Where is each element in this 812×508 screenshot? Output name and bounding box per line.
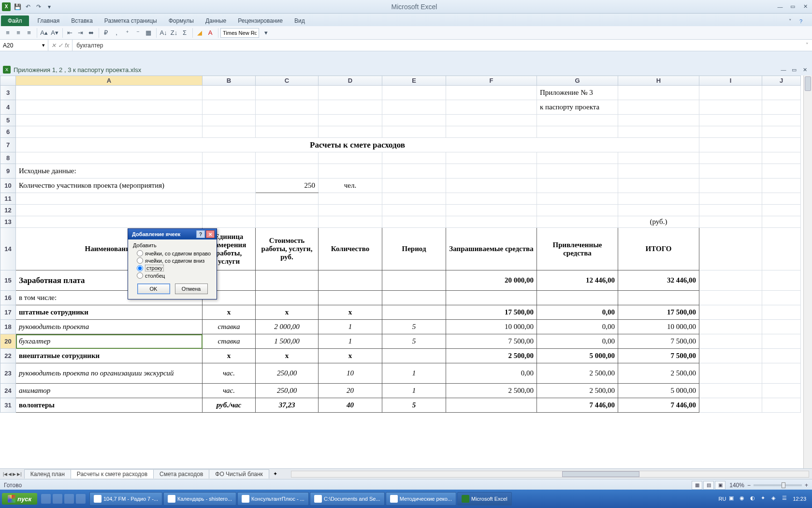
header-cell[interactable]: Запрашиваемые средства	[446, 228, 537, 270]
ribbon-tab-insert[interactable]: Вставка	[65, 15, 99, 26]
cell[interactable]: (руб.)	[618, 216, 699, 228]
font-name-select[interactable]	[220, 28, 259, 38]
cell[interactable]: x	[203, 349, 256, 363]
cell[interactable]: 32 446,00	[618, 270, 699, 291]
row-header[interactable]: 15	[0, 270, 16, 291]
cell[interactable]: 1	[319, 320, 382, 334]
cell[interactable]: волонтеры	[16, 398, 203, 413]
radio-label[interactable]: столбец	[145, 273, 165, 279]
col-header-G[interactable]: G	[537, 76, 618, 86]
cell[interactable]: 17 500,00	[618, 305, 699, 320]
cell[interactable]: 2 500,00	[537, 384, 618, 398]
tray-icon[interactable]: ▣	[729, 495, 737, 503]
wb-maximize-icon[interactable]: ▭	[790, 66, 798, 74]
cell[interactable]: 10	[319, 363, 382, 384]
cell[interactable]: 20	[319, 384, 382, 398]
header-cell[interactable]: ИТОГО	[618, 228, 699, 270]
merge-cells-icon[interactable]: ⬌	[86, 28, 96, 38]
ribbon-tab-layout[interactable]: Разметка страницы	[99, 15, 163, 26]
selected-cell[interactable]: бухгалтер	[16, 334, 203, 349]
ok-button[interactable]: OK	[137, 284, 170, 294]
cell[interactable]: 1	[319, 334, 382, 349]
close-icon[interactable]: ✕	[800, 3, 810, 11]
row-header[interactable]: 23	[0, 363, 16, 384]
ribbon-tab-home[interactable]: Главная	[32, 15, 66, 26]
cell[interactable]: 7 446,00	[618, 398, 699, 413]
undo-icon[interactable]: ↶	[24, 3, 32, 11]
ribbon-minimize-icon[interactable]: ˅	[789, 18, 797, 26]
font-color-icon[interactable]: A	[205, 28, 215, 38]
cell[interactable]: штатные сотрудники	[16, 305, 203, 320]
row-header[interactable]: 12	[0, 205, 16, 216]
cell[interactable]: Приложение № 3	[537, 86, 618, 100]
cell[interactable]: x	[256, 305, 319, 320]
row-header[interactable]: 20	[0, 334, 16, 349]
row-header[interactable]: 24	[0, 384, 16, 398]
cell[interactable]: 250	[256, 179, 319, 193]
cell[interactable]: аниматор	[16, 384, 203, 398]
tab-nav-first-icon[interactable]: |◀	[3, 472, 7, 477]
col-header-D[interactable]: D	[319, 76, 382, 86]
cancel-button[interactable]: Отмена	[175, 284, 208, 294]
col-header-A[interactable]: A	[16, 76, 203, 86]
view-normal-icon[interactable]: ▦	[692, 481, 702, 490]
cell[interactable]: 2 000,00	[256, 320, 319, 334]
radio-label[interactable]: ячейки, со сдвигом вниз	[145, 258, 204, 264]
ribbon-tab-review[interactable]: Рецензирование	[232, 15, 289, 26]
indent-decrease-icon[interactable]: ⇤	[65, 28, 74, 38]
cell[interactable]: 5 000,00	[618, 384, 699, 398]
cell[interactable]: руб./час	[203, 398, 256, 413]
row-header[interactable]: 11	[0, 193, 16, 205]
taskbar-button[interactable]: C:\Documents and Se...	[310, 492, 385, 506]
cell[interactable]: час.	[203, 384, 256, 398]
cell[interactable]: ставка	[203, 334, 256, 349]
radio-shift-right[interactable]	[137, 250, 143, 256]
col-header-H[interactable]: H	[618, 76, 699, 86]
zoom-slider[interactable]	[754, 484, 802, 486]
name-box-dropdown-icon[interactable]: ▾	[42, 42, 45, 48]
cell[interactable]: 10 000,00	[446, 320, 537, 334]
spreadsheet-grid[interactable]: A B C D E F G H I J 3Приложение № 3 4к п…	[0, 75, 812, 468]
tab-nav-last-icon[interactable]: ▶|	[17, 472, 21, 477]
cell[interactable]: к паспорту проекта	[537, 100, 618, 115]
title-cell[interactable]: Расчеты к смете расходов	[16, 138, 699, 152]
cell[interactable]: 7 500,00	[618, 349, 699, 363]
cell[interactable]: 250,00	[256, 384, 319, 398]
row-header[interactable]: 16	[0, 291, 16, 305]
taskbar-button[interactable]: Методические реко...	[386, 492, 456, 506]
col-header-J[interactable]: J	[762, 76, 801, 86]
save-icon[interactable]: 💾	[14, 3, 21, 11]
row-header[interactable]: 10	[0, 179, 16, 193]
cell[interactable]: внештатные сотрудники	[16, 349, 203, 363]
cell[interactable]: 5	[382, 334, 446, 349]
start-button[interactable]: пуск	[2, 493, 37, 505]
decimal-down-icon[interactable]: ⁻	[133, 28, 143, 38]
row-header[interactable]: 22	[0, 349, 16, 363]
cell[interactable]: 10 000,00	[618, 320, 699, 334]
cell[interactable]: 17 500,00	[446, 305, 537, 320]
name-box[interactable]: A20 ▾	[0, 40, 48, 51]
sheet-tab[interactable]: Смета расходов	[153, 469, 209, 478]
cell[interactable]: 0,00	[537, 334, 618, 349]
radio-shift-down[interactable]	[137, 257, 143, 264]
currency-icon[interactable]: ₽	[101, 28, 111, 38]
cell[interactable]: чел.	[319, 179, 382, 193]
cell[interactable]: Количество участников проекта (мероприят…	[16, 179, 203, 193]
cell[interactable]: 7 500,00	[618, 334, 699, 349]
sheet-tab[interactable]: Календ план	[24, 469, 71, 478]
font-size-up-icon[interactable]: A▴	[39, 28, 49, 38]
cell[interactable]: 12 446,00	[537, 270, 618, 291]
quick-launch-icon[interactable]	[41, 494, 51, 504]
cell[interactable]: 1 500,00	[256, 334, 319, 349]
cell[interactable]: 2 500,00	[618, 363, 699, 384]
cell[interactable]: x	[319, 349, 382, 363]
restore-icon[interactable]: ▭	[788, 3, 798, 11]
sort-asc-icon[interactable]: A↓	[159, 28, 168, 38]
align-right-icon[interactable]: ≡	[24, 28, 34, 38]
cell[interactable]: 2 500,00	[446, 384, 537, 398]
quick-launch-icon[interactable]	[64, 494, 74, 504]
sort-desc-icon[interactable]: Z↓	[169, 28, 179, 38]
help-icon[interactable]: ?	[799, 18, 807, 26]
row-header[interactable]: 9	[0, 164, 16, 179]
cell[interactable]: 5 000,00	[537, 349, 618, 363]
